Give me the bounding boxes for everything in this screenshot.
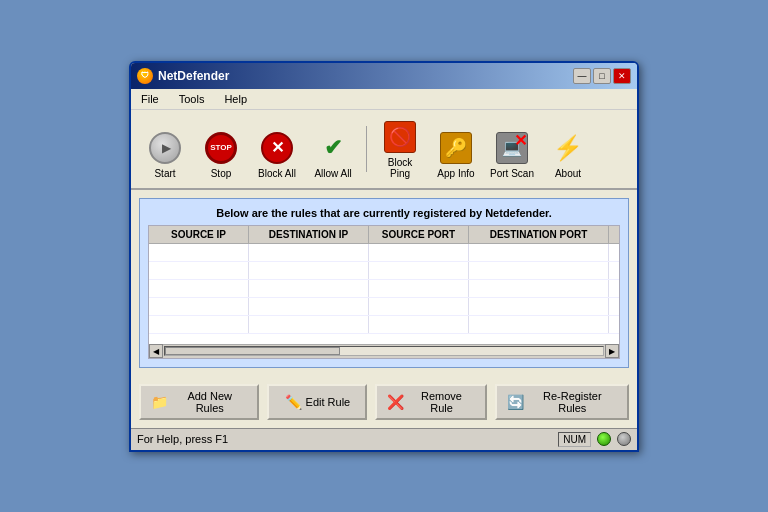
portscan-icon-shape: ✕ — [496, 132, 528, 164]
start-button[interactable]: Start — [139, 127, 191, 182]
col-proto: PROTO — [609, 226, 620, 243]
allowall-button[interactable]: Allow All — [307, 127, 359, 182]
appinfo-button[interactable]: App Info — [430, 127, 482, 182]
blockall-label: Block All — [258, 168, 296, 179]
col-dest-port: DESTINATION PORT — [469, 226, 609, 243]
edit-rule-button[interactable]: ✏️ Edit Rule — [267, 384, 367, 420]
about-label: About — [555, 168, 581, 179]
add-rules-label: Add New Rules — [172, 390, 247, 414]
portscan-x-mark: ✕ — [514, 133, 527, 149]
scroll-thumb[interactable] — [165, 347, 340, 355]
table-row — [149, 280, 619, 298]
blockall-button[interactable]: Block All — [251, 127, 303, 182]
app-icon: 🛡 — [137, 68, 153, 84]
remove-rule-button[interactable]: ❌ Remove Rule — [375, 384, 486, 420]
num-indicator: NUM — [558, 432, 591, 447]
stop-icon-shape — [205, 132, 237, 164]
blockall-icon — [259, 130, 295, 166]
reregister-button[interactable]: 🔄 Re-Register Rules — [495, 384, 629, 420]
portscan-label: Port Scan — [490, 168, 534, 179]
title-buttons: — □ ✕ — [573, 68, 631, 84]
blockping-button[interactable]: Block Ping — [374, 116, 426, 182]
blockping-icon-shape — [384, 121, 416, 153]
action-buttons: 📁 Add New Rules ✏️ Edit Rule ❌ Remove Ru… — [131, 376, 637, 428]
start-icon — [147, 130, 183, 166]
reregister-label: Re-Register Rules — [528, 390, 617, 414]
edit-rule-icon: ✏️ — [285, 394, 302, 410]
toolbar: Start Stop Block All Allow All — [131, 110, 637, 190]
menu-help[interactable]: Help — [218, 91, 253, 107]
scroll-left-button[interactable]: ◀ — [149, 344, 163, 358]
status-help-text: For Help, press F1 — [137, 433, 228, 445]
col-source-ip: SOURCE IP — [149, 226, 249, 243]
table-header: SOURCE IP DESTINATION IP SOURCE PORT DES… — [149, 226, 619, 244]
toolbar-separator — [366, 126, 367, 172]
blockping-icon — [382, 119, 418, 155]
about-button[interactable]: About — [542, 127, 594, 182]
edit-rule-label: Edit Rule — [306, 396, 351, 408]
menu-bar: File Tools Help — [131, 89, 637, 110]
status-gray-dot — [617, 432, 631, 446]
maximize-button[interactable]: □ — [593, 68, 611, 84]
col-source-port: SOURCE PORT — [369, 226, 469, 243]
title-bar: 🛡 NetDefender — □ ✕ — [131, 63, 637, 89]
portscan-icon: ✕ — [494, 130, 530, 166]
main-content: Below are the rules that are currently r… — [139, 198, 629, 368]
status-green-dot — [597, 432, 611, 446]
scroll-right-button[interactable]: ▶ — [605, 344, 619, 358]
table-row — [149, 298, 619, 316]
stop-icon — [203, 130, 239, 166]
about-icon-shape — [552, 132, 584, 164]
blockall-icon-shape — [261, 132, 293, 164]
about-icon — [550, 130, 586, 166]
table-row — [149, 316, 619, 334]
add-rules-button[interactable]: 📁 Add New Rules — [139, 384, 259, 420]
start-label: Start — [154, 168, 175, 179]
start-icon-shape — [149, 132, 181, 164]
reregister-icon: 🔄 — [507, 394, 524, 410]
rules-table: SOURCE IP DESTINATION IP SOURCE PORT DES… — [148, 225, 620, 359]
blockping-label: Block Ping — [377, 157, 423, 179]
remove-rule-icon: ❌ — [387, 394, 404, 410]
remove-rule-label: Remove Rule — [408, 390, 474, 414]
minimize-button[interactable]: — — [573, 68, 591, 84]
status-bar: For Help, press F1 NUM — [131, 428, 637, 450]
appinfo-icon — [438, 130, 474, 166]
horizontal-scrollbar[interactable]: ◀ ▶ — [149, 344, 619, 358]
title-bar-left: 🛡 NetDefender — [137, 68, 229, 84]
close-button[interactable]: ✕ — [613, 68, 631, 84]
add-rules-icon: 📁 — [151, 394, 168, 410]
rules-description: Below are the rules that are currently r… — [148, 207, 620, 219]
table-row — [149, 262, 619, 280]
menu-tools[interactable]: Tools — [173, 91, 211, 107]
appinfo-label: App Info — [437, 168, 474, 179]
app-title: NetDefender — [158, 69, 229, 83]
allowall-icon-shape — [317, 132, 349, 164]
scroll-track[interactable] — [164, 346, 604, 356]
col-dest-ip: DESTINATION IP — [249, 226, 369, 243]
menu-file[interactable]: File — [135, 91, 165, 107]
stop-label: Stop — [211, 168, 232, 179]
appinfo-icon-shape — [440, 132, 472, 164]
portscan-button[interactable]: ✕ Port Scan — [486, 127, 538, 182]
allowall-label: Allow All — [314, 168, 351, 179]
stop-button[interactable]: Stop — [195, 127, 247, 182]
table-row — [149, 244, 619, 262]
status-right: NUM — [558, 432, 631, 447]
allowall-icon — [315, 130, 351, 166]
app-window: 🛡 NetDefender — □ ✕ File Tools Help Star… — [129, 61, 639, 452]
table-body[interactable] — [149, 244, 619, 344]
